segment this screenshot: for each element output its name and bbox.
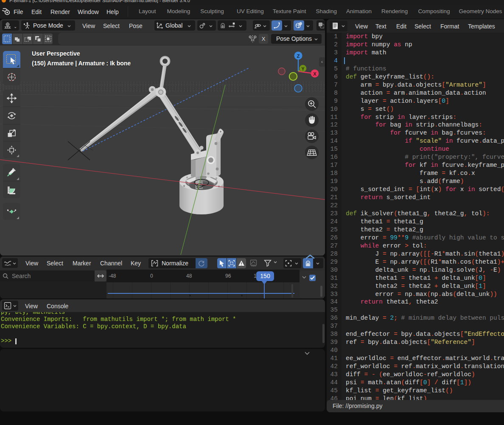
svg-text:X: X <box>313 71 316 76</box>
svg-text:Z: Z <box>297 53 300 59</box>
svg-text:Y: Y <box>301 66 304 71</box>
